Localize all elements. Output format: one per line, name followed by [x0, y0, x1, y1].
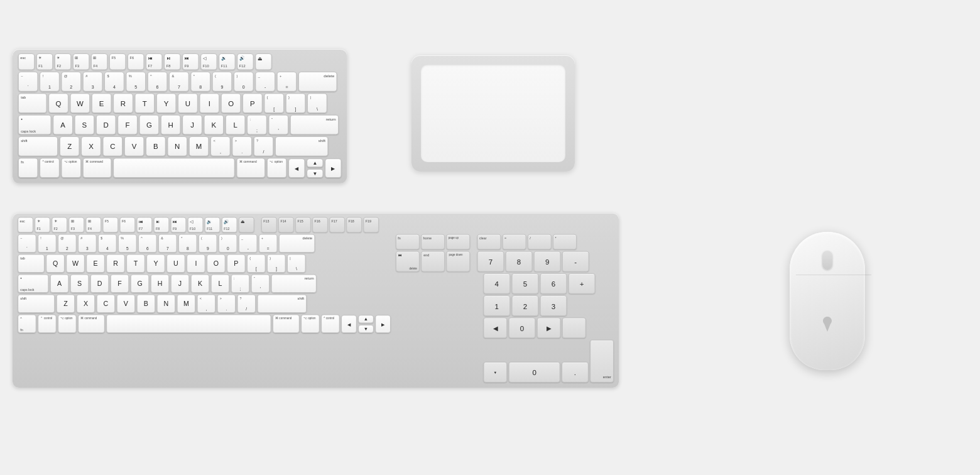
full-key-o[interactable]: O — [207, 254, 226, 273]
key-quote[interactable]: "' — [268, 115, 288, 135]
full-key-a[interactable]: A — [50, 275, 69, 293]
np-plus[interactable]: + — [569, 273, 596, 294]
full-key-p[interactable]: P — [227, 254, 246, 273]
np-clear[interactable]: clear — [477, 234, 501, 250]
key-equals[interactable]: += — [277, 72, 297, 92]
full-key-arrow-right[interactable]: ▶ — [375, 315, 391, 333]
key-rcommand[interactable]: ⌘ command — [236, 158, 265, 178]
key-tab[interactable]: tab — [18, 93, 47, 113]
full-key-return[interactable]: return — [271, 275, 317, 293]
key-f12[interactable]: 🔊F12 — [237, 53, 253, 70]
full-key-rcontrol[interactable]: ^ control — [321, 315, 340, 334]
full-key-delete[interactable]: delete — [279, 234, 315, 253]
full-key-f6[interactable]: F6 — [120, 217, 136, 233]
full-key-esc[interactable]: esc — [18, 217, 33, 233]
full-key-i[interactable]: I — [187, 254, 205, 273]
key-8[interactable]: *8 — [190, 72, 210, 92]
np-multiply[interactable]: * — [553, 234, 577, 250]
key-1[interactable]: !1 — [40, 72, 60, 92]
key-f11[interactable]: 🔉F11 — [219, 53, 235, 70]
full-key-e[interactable]: E — [86, 254, 105, 273]
full-key-f14[interactable]: F14 — [278, 217, 294, 233]
key-fn[interactable]: fn — [18, 158, 38, 178]
full-key-f16[interactable]: F16 — [312, 217, 328, 233]
full-key-f5[interactable]: F5 — [103, 217, 119, 233]
full-key-arrow-down[interactable]: ▼ — [358, 325, 374, 333]
key-lcommand[interactable]: ⌘ command — [83, 158, 112, 178]
np-5[interactable]: 5 — [512, 273, 539, 294]
np-fn[interactable]: fn — [396, 234, 420, 250]
key-s[interactable]: S — [75, 115, 95, 135]
key-y[interactable]: Y — [156, 93, 177, 113]
np-8[interactable]: 8 — [506, 251, 533, 272]
key-x[interactable]: X — [81, 136, 101, 156]
np-arrow-right[interactable]: ▶ — [537, 317, 561, 338]
key-p[interactable]: P — [242, 93, 263, 113]
full-key-backslash[interactable]: |\ — [287, 254, 306, 273]
key-f5[interactable]: F5 — [109, 53, 126, 70]
full-key-space[interactable] — [106, 315, 271, 334]
key-u[interactable]: U — [178, 93, 198, 113]
full-key-v[interactable]: V — [117, 295, 136, 314]
key-backslash[interactable]: |\ — [307, 93, 327, 113]
full-key-t[interactable]: T — [126, 254, 145, 273]
key-d[interactable]: D — [96, 115, 116, 135]
key-f1[interactable]: ☀F1 — [36, 53, 53, 70]
full-key-lcontrol[interactable]: ⌃ control — [38, 315, 57, 334]
full-key-6[interactable]: ^6 — [138, 234, 157, 253]
np-4[interactable]: 4 — [483, 273, 510, 294]
key-minus[interactable]: _- — [255, 72, 275, 92]
full-key-f8[interactable]: ⏯F8 — [154, 217, 170, 233]
key-i[interactable]: I — [199, 93, 219, 113]
full-key-c[interactable]: C — [97, 295, 116, 314]
full-key-8[interactable]: *8 — [178, 234, 197, 253]
full-key-f10[interactable]: ◁F10 — [188, 217, 204, 233]
key-arrow-left[interactable]: ◀ — [288, 158, 305, 178]
np-9[interactable]: 9 — [534, 251, 561, 272]
full-key-f1[interactable]: ☀F1 — [35, 217, 50, 233]
mouse-scroll-area[interactable] — [822, 251, 832, 270]
np-3[interactable]: 3 — [540, 295, 567, 316]
key-capslock[interactable]: ●caps lock — [18, 115, 52, 135]
full-key-loption[interactable]: ⌥ option — [58, 315, 77, 334]
full-key-f19[interactable]: F19 — [363, 217, 379, 233]
key-5[interactable]: %5 — [126, 72, 146, 92]
key-arrow-up[interactable]: ▲ — [307, 158, 323, 167]
full-key-capslock[interactable]: ●caps lock — [18, 275, 48, 293]
key-f8[interactable]: ⏯F8 — [164, 53, 180, 70]
key-3[interactable]: #3 — [83, 72, 103, 92]
key-slash[interactable]: ?/ — [254, 136, 274, 156]
full-key-y[interactable]: Y — [146, 254, 165, 273]
full-key-f12[interactable]: 🔊F12 — [222, 217, 237, 233]
full-key-comma[interactable]: <, — [197, 295, 216, 314]
np-1[interactable]: 1 — [483, 295, 510, 316]
key-7[interactable]: &7 — [169, 72, 189, 92]
key-rbracket[interactable]: }] — [286, 93, 306, 113]
np-pgup[interactable]: page up — [446, 234, 470, 250]
full-key-rcommand[interactable]: ⌘ command — [273, 315, 300, 334]
np-0-wide[interactable]: 0 — [509, 362, 560, 383]
full-key-n[interactable]: N — [157, 295, 176, 314]
key-e[interactable]: E — [92, 93, 112, 113]
key-esc[interactable]: esc — [18, 53, 35, 70]
np-pgdn[interactable]: page down — [446, 251, 470, 272]
full-key-roption[interactable]: ⌥ option — [301, 315, 320, 334]
full-key-f2[interactable]: ☀F2 — [52, 217, 67, 233]
full-key-4[interactable]: $4 — [98, 234, 117, 253]
key-k[interactable]: K — [204, 115, 224, 135]
key-r[interactable]: R — [113, 93, 133, 113]
key-loption[interactable]: ⌥ option — [61, 158, 81, 178]
np-home[interactable]: home — [421, 234, 445, 250]
np-divide[interactable]: / — [528, 234, 552, 250]
key-l[interactable]: L — [226, 115, 246, 135]
full-key-f[interactable]: F — [111, 275, 129, 293]
key-lshift[interactable]: shift — [18, 136, 58, 156]
full-key-z[interactable]: Z — [57, 295, 75, 314]
full-key-h[interactable]: H — [151, 275, 170, 293]
np-arrow-down[interactable]: ▼ — [483, 362, 507, 383]
full-key-f11[interactable]: 🔉F11 — [205, 217, 220, 233]
full-key-k[interactable]: K — [191, 275, 210, 293]
full-key-minus[interactable]: _- — [239, 234, 258, 253]
full-key-semicolon[interactable]: :; — [231, 275, 250, 293]
full-key-5[interactable]: %5 — [118, 234, 137, 253]
